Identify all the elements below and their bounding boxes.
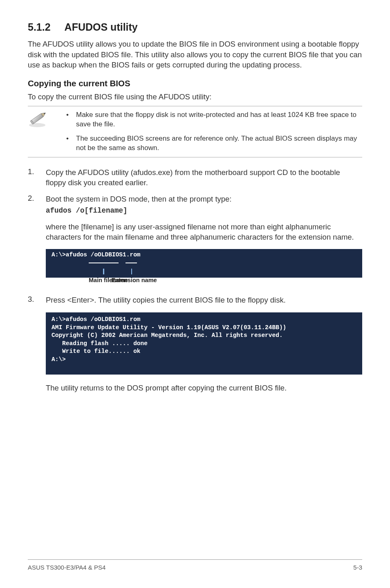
section-title: AFUDOS utility <box>65 21 138 33</box>
note-icon-cell <box>28 106 61 129</box>
step-item: 1. Copy the AFUDOS utility (afudos.exe) … <box>28 167 362 188</box>
step-item: 2. Boot the system in DOS mode, then at … <box>28 194 362 289</box>
note-box: • Make sure that the floppy disk is not … <box>28 106 362 157</box>
step-number: 2. <box>28 194 46 289</box>
note-item: • Make sure that the floppy disk is not … <box>64 110 360 129</box>
step-number: 1. <box>28 167 46 188</box>
sub-heading: Copying the current BIOS <box>28 79 362 88</box>
page-footer: ASUS TS300-E3/PA4 & PS4 5-3 <box>28 559 362 571</box>
step-text: Copy the AFUDOS utility (afudos.exe) fro… <box>46 167 362 188</box>
step-number: 3. <box>28 295 46 393</box>
pencil-icon <box>28 110 48 128</box>
terminal-line: A:\>afudos /oOLDBIOS1.rom <box>52 251 141 258</box>
annotation-row: Main filename Extension name <box>46 279 362 284</box>
step-after-text: where the [filename] is any user-assigne… <box>46 222 362 242</box>
note-text: Make sure that the floppy disk is not wr… <box>76 110 360 129</box>
code-command: afudos /o[filename] <box>46 206 362 215</box>
note-text: The succeeding BIOS screens are for refe… <box>76 134 360 153</box>
sub-paragraph: To copy the current BIOS file using the … <box>28 92 362 102</box>
step-text: Boot the system in DOS mode, then at the… <box>46 194 362 204</box>
terminal-output: A:\>afudos /oOLDBIOS1.rom <box>46 249 362 278</box>
intro-paragraph: The AFUDOS utility allows you to update … <box>28 39 362 70</box>
annotation-label: Extension name <box>110 276 159 284</box>
footer-left: ASUS TS300-E3/PA4 & PS4 <box>28 564 105 571</box>
bullet-icon: • <box>64 134 76 153</box>
footer-page-number: 5-3 <box>353 564 362 571</box>
section-heading: 5.1.2AFUDOS utility <box>28 21 362 33</box>
step-item: 3. Press <Enter>. The utility copies the… <box>28 295 362 393</box>
step-after-text: The utility returns to the DOS prompt af… <box>46 383 362 393</box>
step-text: Press <Enter>. The utility copies the cu… <box>46 295 362 305</box>
section-number: 5.1.2 <box>28 21 51 33</box>
terminal-output: A:\>afudos /oOLDBIOS1.rom AMI Firmware U… <box>46 312 362 374</box>
note-item: • The succeeding BIOS screens are for re… <box>64 134 360 153</box>
svg-point-0 <box>29 123 45 127</box>
bullet-icon: • <box>64 110 76 129</box>
